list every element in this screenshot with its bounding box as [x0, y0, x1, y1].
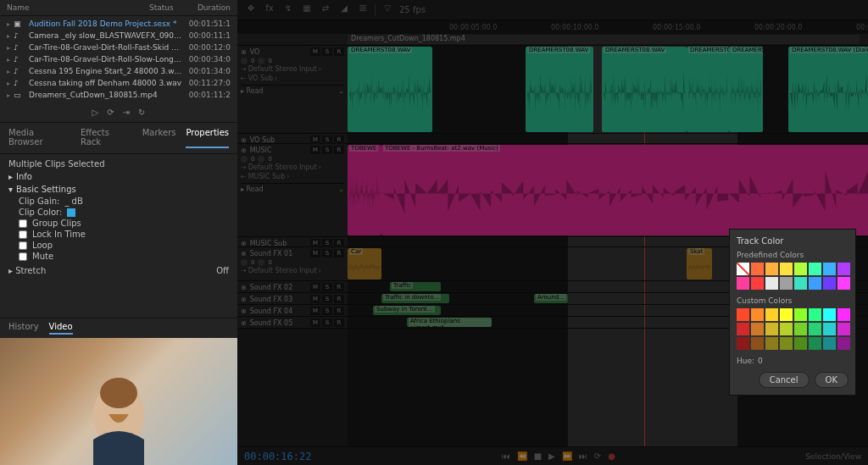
color-swatch[interactable] — [837, 337, 850, 350]
color-swatch[interactable] — [823, 263, 836, 275]
clip-gain-value[interactable]: _ dB — [64, 197, 82, 206]
color-swatch[interactable] — [809, 277, 821, 290]
duration-column[interactable]: Duration — [183, 3, 231, 12]
tab-video[interactable]: Video — [49, 322, 73, 335]
tab-markers[interactable]: Markers — [142, 128, 176, 148]
color-swatch[interactable] — [823, 308, 836, 321]
file-duration: 00:00:12:0 — [183, 43, 231, 52]
color-swatch[interactable] — [837, 323, 850, 335]
color-swatch[interactable] — [737, 308, 749, 321]
name-column[interactable]: Name — [7, 3, 149, 12]
file-name: Car-Tire-08-Gravel-Dirt-Roll-Slow-Long 3… — [29, 55, 183, 64]
color-swatch[interactable] — [823, 337, 836, 350]
color-swatch[interactable] — [794, 263, 807, 275]
file-name: Car-Tire-08-Gravel-Dirt-Roll-Fast-Skid 3… — [29, 43, 183, 52]
cancel-button[interactable]: Cancel — [759, 372, 810, 388]
color-swatch[interactable] — [765, 308, 778, 321]
color-swatch[interactable] — [794, 323, 807, 335]
color-swatch[interactable] — [837, 308, 850, 321]
file-duration: 00:01:34:0 — [183, 67, 231, 75]
tab-properties[interactable]: Properties — [186, 128, 229, 148]
lock-in-time-checkbox[interactable] — [19, 230, 27, 239]
color-swatch[interactable] — [737, 263, 749, 275]
file-row[interactable]: ▸♪Camera _ely slow_BLASTWAVEFX_09092 480… — [0, 30, 237, 42]
color-swatch[interactable] — [737, 277, 749, 290]
file-list-header: Name Status Duration — [0, 0, 237, 16]
color-swatch[interactable] — [823, 277, 836, 290]
hue-label: Hue: — [737, 357, 754, 365]
hue-value[interactable]: 0 — [758, 357, 763, 365]
file-duration: 00:00:11:1 — [183, 31, 231, 40]
color-swatch[interactable] — [809, 323, 821, 335]
basic-settings-section[interactable]: Basic Settings — [16, 185, 76, 194]
history-tabs: History Video — [0, 318, 237, 338]
audio-icon: ♪ — [14, 79, 25, 87]
color-swatch[interactable] — [837, 263, 850, 275]
selection-title: Multiple Clips Selected — [8, 159, 229, 169]
file-name: Audition Fall 2018 Demo Project.sesx * — [29, 19, 183, 28]
color-swatch[interactable] — [780, 337, 793, 350]
play-icon[interactable]: ▷ — [92, 108, 99, 117]
file-transport: ▷ ⟳ ⇥ ↻ — [0, 102, 237, 122]
in-icon[interactable]: ⇥ — [123, 108, 130, 117]
svg-point-1 — [100, 378, 137, 408]
color-swatch[interactable] — [837, 277, 850, 290]
color-swatch[interactable] — [780, 277, 793, 290]
file-row[interactable]: ▸♪Cessna 195 Engine Start_2 48000 3.wav0… — [0, 65, 237, 77]
color-swatch[interactable] — [765, 323, 778, 335]
mute-checkbox[interactable] — [19, 252, 27, 261]
file-name: Camera _ely slow_BLASTWAVEFX_09092 48000… — [29, 31, 183, 40]
color-swatch[interactable] — [780, 263, 793, 275]
info-section[interactable]: Info — [16, 172, 32, 181]
color-swatch[interactable] — [751, 263, 764, 275]
file-name: Dreamers_CutDown_180815.mp4 — [29, 91, 183, 99]
file-row[interactable]: ▸♪Car-Tire-08-Gravel-Dirt-Roll-Slow-Long… — [0, 53, 237, 65]
status-column[interactable]: Status — [149, 3, 183, 12]
tab-media-browser[interactable]: Media Browser — [8, 128, 70, 148]
file-row[interactable]: ▸▣Audition Fall 2018 Demo Project.sesx *… — [0, 18, 237, 30]
color-swatch[interactable] — [737, 337, 749, 350]
clip-color-chip[interactable] — [67, 208, 75, 217]
panel-tabs: Media Browser Effects Rack Markers Prope… — [0, 122, 237, 154]
color-picker-title: Track Color — [737, 236, 849, 246]
file-row[interactable]: ▸♪Car-Tire-08-Gravel-Dirt-Roll-Fast-Skid… — [0, 42, 237, 53]
clip-color-label: Clip Color: — [19, 208, 62, 217]
color-swatch[interactable] — [794, 277, 807, 290]
color-swatch[interactable] — [809, 308, 821, 321]
group-clips-checkbox[interactable] — [19, 219, 27, 228]
color-swatch[interactable] — [794, 308, 807, 321]
stretch-section[interactable]: Stretch — [15, 266, 46, 275]
file-name: Cessna taking off Denham 48000 3.wav — [29, 79, 183, 87]
custom-colors-label: Custom Colors — [737, 296, 849, 305]
color-swatch[interactable] — [751, 308, 764, 321]
color-swatch[interactable] — [780, 308, 793, 321]
color-swatch[interactable] — [751, 277, 764, 290]
tab-history[interactable]: History — [8, 322, 39, 335]
color-swatch[interactable] — [809, 337, 821, 350]
tab-effects-rack[interactable]: Effects Rack — [81, 128, 132, 148]
session-icon: ▣ — [14, 19, 25, 28]
file-list: ▸▣Audition Fall 2018 Demo Project.sesx *… — [0, 16, 237, 102]
ok-button[interactable]: OK — [815, 372, 849, 388]
color-swatch[interactable] — [765, 263, 778, 275]
color-swatch[interactable] — [780, 323, 793, 335]
color-swatch[interactable] — [823, 323, 836, 335]
predefined-colors-label: Predefined Colors — [737, 251, 849, 259]
file-name: Cessna 195 Engine Start_2 48000 3.wav — [29, 67, 183, 75]
loop-icon[interactable]: ⟳ — [107, 108, 114, 117]
color-swatch[interactable] — [737, 323, 749, 335]
color-swatch[interactable] — [809, 263, 821, 275]
color-swatch[interactable] — [765, 277, 778, 290]
loop-checkbox[interactable] — [19, 241, 27, 250]
file-row[interactable]: ▸▭Dreamers_CutDown_180815.mp400:01:11:2 — [0, 89, 237, 101]
file-row[interactable]: ▸♪Cessna taking off Denham 48000 3.wav00… — [0, 77, 237, 89]
audio-icon: ♪ — [14, 43, 25, 52]
video-icon: ▭ — [14, 91, 25, 99]
stretch-value: Off — [216, 266, 229, 275]
autoplay-icon[interactable]: ↻ — [138, 108, 145, 117]
clip-gain-label: Clip Gain: — [19, 197, 59, 206]
color-swatch[interactable] — [751, 323, 764, 335]
color-swatch[interactable] — [794, 337, 807, 350]
color-swatch[interactable] — [765, 337, 778, 350]
color-swatch[interactable] — [751, 337, 764, 350]
